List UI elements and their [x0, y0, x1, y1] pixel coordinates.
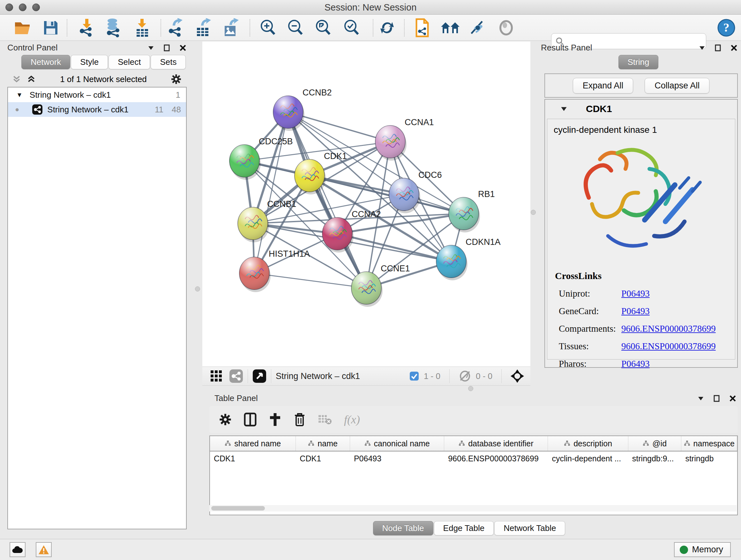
add-column-icon[interactable]: [269, 413, 281, 427]
node-label: CDC25B: [259, 137, 293, 146]
column-header-sharedname[interactable]: shared name: [210, 436, 296, 451]
column-header-description[interactable]: description: [548, 436, 628, 451]
column-header-canonicalname[interactable]: canonical name: [350, 436, 444, 451]
table-cell[interactable]: stringdb: [681, 451, 737, 466]
cloud-button[interactable]: [10, 542, 25, 557]
table-horizontal-scrollbar[interactable]: [209, 505, 737, 511]
close-panel-icon[interactable]: [729, 395, 737, 402]
collapse-section-icon[interactable]: [560, 105, 568, 113]
node-CDKN1A[interactable]: CDKN1A: [436, 237, 501, 280]
tab-node-table[interactable]: Node Table: [373, 521, 433, 536]
right-splitter-handle[interactable]: [531, 210, 536, 215]
table-body: CDK1CDK1P064939606.ENSP00000378699cyclin…: [210, 451, 737, 466]
zoom-selected-icon[interactable]: [341, 17, 362, 38]
import-table-file-icon[interactable]: [132, 17, 153, 38]
grid-view-icon[interactable]: [210, 370, 223, 382]
table-cell[interactable]: CDK1: [296, 451, 350, 466]
export-image-icon[interactable]: [220, 17, 242, 38]
edge-CCNE1-HIST1H1A[interactable]: [254, 273, 366, 288]
save-session-icon[interactable]: [40, 17, 61, 38]
column-header-databaseidentifier[interactable]: database identifier: [444, 436, 548, 451]
panel-menu-icon[interactable]: [147, 44, 155, 52]
edge-CCNB2-CCNE1[interactable]: [288, 112, 366, 288]
tab-edge-table[interactable]: Edge Table: [434, 521, 494, 536]
node-table[interactable]: shared namenamecanonical namedatabase id…: [209, 435, 738, 515]
birdseye-view-icon[interactable]: [511, 369, 524, 383]
warning-button[interactable]: [36, 542, 52, 557]
home-views-icon[interactable]: [440, 17, 461, 38]
crosslink-row: GeneCard:P06493: [555, 306, 735, 316]
tab-sets[interactable]: Sets: [151, 55, 186, 69]
help-icon[interactable]: ?: [716, 17, 737, 38]
node-CCNE1[interactable]: CCNE1: [351, 264, 410, 307]
table-cell[interactable]: P06493: [350, 451, 444, 466]
panel-menu-icon[interactable]: [698, 44, 706, 52]
collapse-all-button[interactable]: Collapse All: [645, 78, 710, 94]
table-row[interactable]: CDK1CDK1P064939606.ENSP00000378699cyclin…: [210, 451, 737, 466]
crosslink-value-link[interactable]: 9606.ENSP00000378699: [621, 341, 716, 352]
column-label: name: [318, 439, 338, 448]
panel-menu-icon[interactable]: [697, 395, 704, 402]
network-row[interactable]: ● String Network – cdk1 11 48: [8, 102, 186, 117]
collapse-all-icon[interactable]: [12, 74, 21, 84]
hidden-eye-slash-icon[interactable]: [459, 371, 471, 381]
tab-select[interactable]: Select: [109, 55, 150, 69]
column-header-name[interactable]: name: [296, 436, 350, 451]
import-network-file-icon[interactable]: [76, 17, 97, 38]
float-panel-icon[interactable]: [713, 395, 721, 402]
export-network-icon[interactable]: [165, 17, 186, 38]
memory-status-dot: [680, 546, 688, 554]
gear-icon[interactable]: [171, 74, 182, 84]
crosslink-value-link[interactable]: P06493: [621, 288, 650, 299]
column-header-id[interactable]: @id: [628, 436, 682, 451]
show-hide-graphics-icon[interactable]: [468, 17, 489, 38]
selected-checkbox-icon[interactable]: [409, 371, 419, 381]
node-HIST1H1A[interactable]: HIST1H1A: [239, 249, 310, 292]
export-table-icon[interactable]: [193, 17, 214, 38]
inactive-eye-icon[interactable]: [495, 17, 517, 38]
tab-string[interactable]: String: [618, 55, 659, 69]
horizontal-splitter-handle[interactable]: [468, 386, 473, 391]
column-header-namespace[interactable]: namespace: [681, 436, 737, 451]
network-view-share-icon[interactable]: [229, 369, 243, 383]
network-canvas[interactable]: CCNB2CCNA1CDC25BCDK1CDC6RB1CCNB1CCNA2CDK…: [202, 42, 530, 367]
table-gear-icon[interactable]: [219, 413, 232, 426]
tab-network-table[interactable]: Network Table: [494, 521, 565, 536]
protein-card-header[interactable]: CDK1: [545, 100, 737, 118]
crosslink-value-link[interactable]: P06493: [621, 306, 650, 316]
expand-all-icon[interactable]: [26, 74, 36, 84]
network-collection-row[interactable]: ▼ String Network – cdk1 1: [8, 87, 186, 102]
crosslink-value-link[interactable]: 9606.ENSP00000378699: [621, 323, 716, 334]
table-cell[interactable]: 9606.ENSP00000378699: [444, 451, 548, 466]
zoom-in-icon[interactable]: [258, 17, 279, 38]
float-panel-icon[interactable]: [163, 44, 171, 52]
close-panel-icon[interactable]: [179, 44, 187, 52]
delete-column-icon[interactable]: [293, 412, 306, 427]
crosslink-value-link[interactable]: P06493: [621, 359, 650, 369]
node-CCNA1[interactable]: CCNA1: [375, 118, 434, 161]
tab-network[interactable]: Network: [21, 55, 70, 69]
node-CCNB1[interactable]: CCNB1: [238, 199, 296, 242]
tab-style[interactable]: Style: [71, 55, 108, 69]
tree-expander-icon[interactable]: ▼: [16, 91, 23, 99]
detach-view-icon[interactable]: [253, 369, 266, 383]
table-cell[interactable]: cyclin-dependent ...: [548, 451, 628, 466]
refresh-icon[interactable]: [377, 17, 398, 38]
network-from-document-icon[interactable]: [412, 17, 433, 38]
node-RB1[interactable]: RB1: [449, 189, 495, 233]
open-file-icon[interactable]: [13, 17, 34, 38]
table-cell[interactable]: CDK1: [210, 451, 296, 466]
left-splitter-handle[interactable]: [195, 287, 200, 292]
expand-all-button[interactable]: Expand All: [573, 78, 633, 94]
table-header-row: shared namenamecanonical namedatabase id…: [210, 436, 737, 451]
protein-name: CDK1: [586, 104, 612, 114]
memory-button[interactable]: Memory: [674, 542, 731, 557]
zoom-fit-icon[interactable]: [313, 17, 334, 38]
scrollbar-thumb[interactable]: [211, 506, 265, 510]
select-columns-icon[interactable]: [244, 413, 257, 427]
import-network-database-icon[interactable]: [103, 17, 124, 38]
float-panel-icon[interactable]: [714, 44, 722, 52]
table-cell[interactable]: stringdb:9...: [628, 451, 682, 466]
zoom-out-icon[interactable]: [285, 17, 306, 38]
close-panel-icon[interactable]: [730, 44, 738, 52]
